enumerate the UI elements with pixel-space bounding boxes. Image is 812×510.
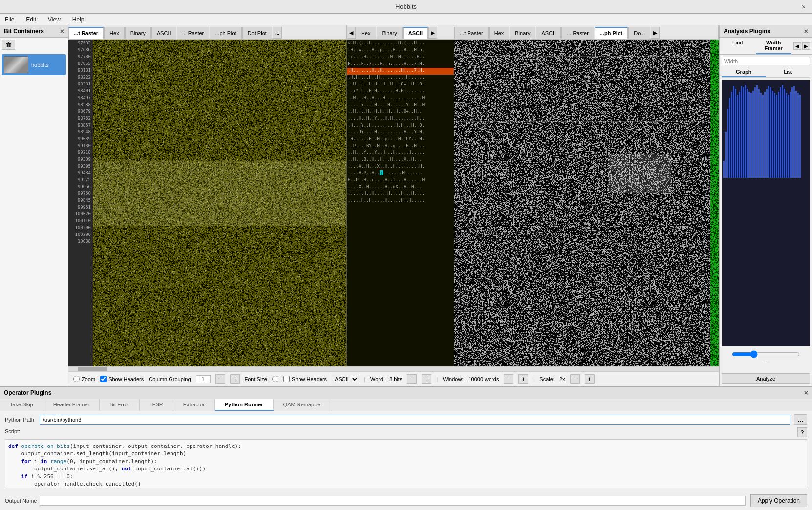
container-hobbits[interactable]: hobbits (2, 54, 66, 75)
column-grouping-input[interactable] (196, 375, 211, 383)
tab-raster2-right[interactable]: ... Raster (561, 27, 594, 39)
menu-bar: File Edit View Help (0, 14, 812, 25)
analyze-button[interactable]: Analyze (722, 373, 810, 384)
apply-operation-button[interactable]: Apply Operation (750, 494, 807, 507)
code-editor[interactable]: def operate_on_bits(input_container, out… (5, 439, 807, 488)
row-num: 99130 (68, 143, 93, 150)
ascii-line: H..P..H..r....H..I...H......H (347, 177, 454, 184)
tab-hex-right[interactable]: Hex (489, 27, 510, 39)
analysis-close-button[interactable]: × (804, 27, 808, 35)
window-minus[interactable]: − (504, 374, 513, 384)
menu-view[interactable]: View (45, 15, 64, 24)
svg-rect-31 (770, 87, 771, 178)
svg-rect-41 (790, 92, 791, 178)
tab-nav-right[interactable]: ▶ (651, 27, 660, 39)
ascii-line: .H...Y..H.........H.H...H..O. (347, 123, 454, 129)
analysis-tabs: Find Width Framer ◀ ▶ (720, 38, 812, 55)
svg-rect-45 (797, 93, 799, 178)
menu-help[interactable]: Help (69, 15, 87, 24)
tab-graph[interactable]: Graph (722, 67, 766, 77)
menu-file[interactable]: File (2, 15, 17, 24)
tab-width-framer[interactable]: Width Framer (756, 38, 792, 54)
tab-list[interactable]: List (766, 67, 811, 77)
horizontal-scrollbar[interactable] (68, 366, 719, 371)
zoom-radio[interactable] (73, 376, 80, 382)
svg-rect-2 (454, 40, 710, 366)
row-num: 98497 (68, 95, 93, 102)
raster-display (93, 40, 346, 366)
tab-binary-left[interactable]: Binary (125, 27, 151, 39)
delete-container-button[interactable]: 🗑 (2, 40, 15, 50)
operator-plugins-close-button[interactable]: × (804, 389, 808, 397)
tab-plot-right[interactable]: ...ph Plot (595, 27, 628, 39)
tab-hex-left[interactable]: Hex (104, 27, 125, 39)
tab-nav-mid-prev[interactable]: ◀ (347, 27, 356, 39)
tab-raster-right[interactable]: ...t Raster (454, 27, 489, 39)
sep1: | (364, 376, 365, 382)
svg-rect-3 (454, 56, 710, 56)
output-name-input[interactable] (40, 496, 746, 506)
tab-ascii-right[interactable]: ASCII (536, 27, 561, 39)
bit-containers-close-button[interactable]: × (60, 27, 64, 35)
tab-python-runner[interactable]: Python Runner (215, 399, 274, 411)
show-headers2-checkbox[interactable] (283, 376, 290, 382)
svg-rect-27 (762, 95, 764, 178)
column-grouping-minus[interactable]: − (215, 374, 225, 384)
tab-ascii-left[interactable]: ASCII (151, 27, 176, 39)
tab-raster-left[interactable]: ...t Raster (68, 27, 104, 39)
analysis-tab-next[interactable]: ▶ (802, 42, 810, 50)
row-num: 99395 (68, 164, 93, 170)
svg-rect-14 (737, 95, 738, 178)
tab-lfsr[interactable]: LFSR (140, 399, 173, 411)
tab-nav-mid-next[interactable]: ▶ (428, 27, 437, 39)
word-plus[interactable]: + (422, 374, 431, 384)
help-button[interactable]: ? (797, 427, 807, 437)
show-headers-checkbox[interactable] (100, 376, 107, 382)
row-num: 98331 (68, 82, 93, 88)
tab-ascii-mid[interactable]: ASCII (403, 27, 428, 39)
scale-minus[interactable]: − (570, 374, 580, 384)
encoding-select[interactable]: ASCII UTF-8 (332, 375, 359, 383)
tab-take-skip[interactable]: Take Skip (0, 399, 43, 411)
ascii-line: ..P....BY..H..H..g....H..H... (347, 143, 454, 150)
svg-rect-30 (768, 86, 769, 178)
analysis-panel: Analysis Plugins × Find Width Framer ◀ ▶… (719, 25, 812, 386)
row-num: 100200 (68, 225, 93, 232)
python-path-browse-button[interactable]: … (794, 414, 807, 425)
svg-rect-28 (764, 92, 766, 178)
column-grouping-plus[interactable]: + (230, 374, 240, 384)
zoom-bar: Zoom Show Headers Column Grouping − + Fo… (68, 371, 719, 386)
svg-rect-29 (766, 89, 768, 178)
tab-nav-left[interactable]: ... (273, 27, 282, 39)
ascii-line: .H.H....H..H..........H...... (347, 75, 454, 82)
tab-raster2-left[interactable]: ... Raster (177, 27, 210, 39)
menu-edit[interactable]: Edit (23, 15, 39, 24)
window-close-button[interactable]: × (799, 2, 808, 11)
tab-dot-right[interactable]: Do... (628, 27, 650, 39)
tab-hex-mid[interactable]: Hex (356, 27, 376, 39)
tab-binary-mid[interactable]: Binary (377, 27, 403, 39)
scale-plus[interactable]: + (585, 374, 595, 384)
font-size-radio[interactable] (272, 376, 278, 382)
row-num: 97955 (68, 61, 93, 68)
tab-find[interactable]: Find (720, 38, 756, 54)
tab-extractor[interactable]: Extractor (173, 399, 215, 411)
tab-qam-remapper[interactable]: QAM Remapper (274, 399, 332, 411)
word-minus[interactable]: − (407, 374, 417, 384)
width-input[interactable] (722, 57, 810, 65)
tab-binary-right[interactable]: Binary (510, 27, 535, 39)
tab-dot-left[interactable]: Dot Plot (242, 27, 272, 39)
tab-bit-error[interactable]: Bit Error (100, 399, 139, 411)
tab-plot-left[interactable]: ...ph Plot (210, 27, 241, 39)
tab-header-framer[interactable]: Header Framer (43, 399, 100, 411)
svg-rect-40 (788, 95, 789, 178)
ascii-line: ....H.P..H..j.......H....... (347, 170, 454, 177)
ascii-line: v.H.(...H..........H.(...H... (347, 41, 454, 47)
width-slider[interactable] (732, 350, 799, 358)
window-plus[interactable]: + (518, 374, 528, 384)
python-path-input[interactable] (40, 415, 790, 425)
analysis-tab-prev[interactable]: ◀ (793, 42, 801, 50)
svg-rect-46 (799, 95, 801, 178)
row-num: 98131 (68, 68, 93, 75)
ascii-line: ....X..H...X..H..H.........H. (347, 164, 454, 170)
